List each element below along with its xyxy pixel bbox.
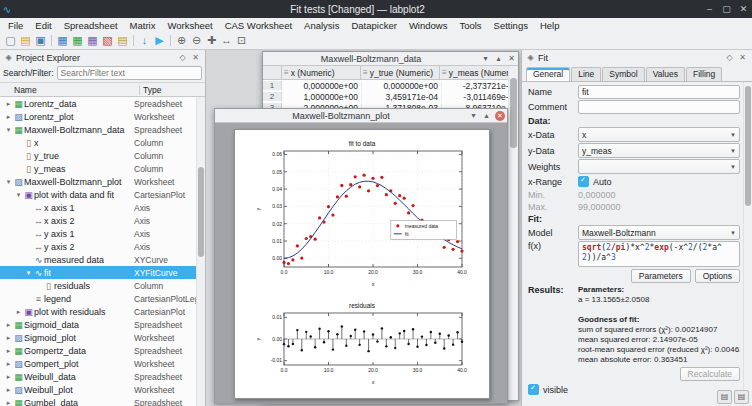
subwindow-minimize-icon[interactable]: ▾ <box>467 111 480 120</box>
ydata-combobox[interactable]: y_meas ▼ <box>578 143 740 158</box>
panel-float-icon[interactable]: ◇ <box>176 53 189 62</box>
spreadsheet-cell[interactable]: 0,000000e+00 <box>282 81 362 91</box>
fit-dock-scrollbar-thumb[interactable] <box>745 86 751 206</box>
expander-open-icon[interactable]: ▾ <box>14 191 23 199</box>
fullscreen-icon[interactable]: ⊡ <box>234 33 249 48</box>
new-project-icon[interactable]: ▢ <box>3 33 18 48</box>
tree-scrollbar[interactable] <box>196 97 205 406</box>
pause-updates-icon[interactable]: ▶ <box>152 33 167 48</box>
tree-row-lorentz-data[interactable]: ▸▦Lorentz_dataSpreadsheet <box>0 97 196 110</box>
name-field[interactable] <box>578 85 740 99</box>
tree-row-fit[interactable]: ▾∿fitXYFitCurve <box>0 266 196 279</box>
dock-prev-icon[interactable]: ▤ <box>717 390 732 404</box>
spreadsheet-cell[interactable]: 0,000000e+00 <box>362 81 442 91</box>
tab-values[interactable]: Values <box>646 67 685 81</box>
tab-line[interactable]: Line <box>571 67 601 81</box>
spreadsheet-cell[interactable]: 1,000000e+00 <box>282 92 362 102</box>
spreadsheet-scrollbar-thumb[interactable] <box>510 78 517 148</box>
expander-closed-icon[interactable]: ▸ <box>4 100 13 108</box>
spreadsheet-window-titlebar[interactable]: Maxwell-Boltzmann_data ▾ ▴ ✕ <box>263 52 518 66</box>
tree-row-gompertz-data[interactable]: ▸▦Gompertz_dataSpreadsheet <box>0 344 196 357</box>
expander-closed-icon[interactable]: ▸ <box>4 347 13 355</box>
tab-filling[interactable]: Filling <box>686 67 722 81</box>
tree-row-maxwell-boltzmann-plot[interactable]: ▾▨Maxwell-Boltzmann_plotWorksheet <box>0 175 196 188</box>
menu-worksheet[interactable]: Worksheet <box>161 20 218 31</box>
expander-open-icon[interactable]: ▾ <box>4 178 13 186</box>
spreadsheet-cell[interactable]: 3,459171e-04 <box>362 92 442 102</box>
spreadsheet-scrollbar[interactable] <box>508 66 518 400</box>
subwindow-close-icon[interactable]: ✕ <box>505 54 518 63</box>
subwindow-restore-icon[interactable]: ▴ <box>480 111 493 120</box>
residuals-plot[interactable]: residuals0.010.020.030.040.0-0.010.000.0… <box>254 300 470 386</box>
menu-settings[interactable]: Settings <box>488 20 534 31</box>
maximize-button[interactable]: ▢ <box>718 4 735 14</box>
recalculate-button[interactable]: Recalculate <box>680 367 740 381</box>
tree-row-gumbel-data[interactable]: ▸▦Gumbel_dataSpreadsheet <box>0 396 196 406</box>
options-button[interactable]: Options <box>695 269 740 283</box>
fit-dock-scrollbar[interactable] <box>743 82 752 406</box>
expander-closed-icon[interactable]: ▸ <box>4 373 13 381</box>
zoom-out-icon[interactable]: ⊖ <box>189 33 204 48</box>
spreadsheet-column-header[interactable]: ≡x (Numeric) <box>282 66 361 79</box>
spreadsheet-cell[interactable]: -2,373721e-03 <box>442 81 508 91</box>
worksheet-page[interactable]: fit to data0.010.020.030.040.00.000.010.… <box>234 129 490 399</box>
panel-float-icon[interactable]: ◇ <box>723 53 736 62</box>
xdata-combobox[interactable]: x ▼ <box>578 127 740 142</box>
new-matrix-icon[interactable]: ▦ <box>85 33 100 48</box>
auto-checkbox[interactable] <box>578 176 589 187</box>
tree-column-headers[interactable]: Name Type <box>0 82 205 97</box>
model-combobox[interactable]: Maxwell-Boltzmann ▼ <box>578 225 740 240</box>
tab-general[interactable]: General <box>526 67 570 81</box>
worksheet-window-titlebar[interactable]: Maxwell-Boltzmann_plot ▾ ▴ ✕ <box>215 109 507 123</box>
expander-closed-icon[interactable]: ▸ <box>4 399 13 406</box>
tree-row-y-axis-2[interactable]: ↔y axis 2Axis <box>0 240 196 253</box>
formula-text[interactable]: sqrt(2/pi)*x^2*exp(-x^2/(2*a^2))/a^3 <box>578 241 740 267</box>
panel-close-icon[interactable]: ✕ <box>736 53 749 62</box>
tree-row-maxwell-boltzmann-data[interactable]: ▾▦Maxwell-Boltzmann_dataSpreadsheet <box>0 123 196 136</box>
menu-analysis[interactable]: Analysis <box>298 20 345 31</box>
tree-scrollbar-thumb[interactable] <box>198 167 204 257</box>
row-number[interactable]: 2 <box>263 92 282 101</box>
subwindow-restore-icon[interactable]: ▴ <box>492 54 505 63</box>
tree-row-x-axis-1[interactable]: ↔x axis 1Axis <box>0 201 196 214</box>
tree-row-y-meas[interactable]: ▯y_measColumn <box>0 162 196 175</box>
expander-open-icon[interactable]: ▾ <box>4 126 13 134</box>
tree-row-x-axis-2[interactable]: ↔x axis 2Axis <box>0 214 196 227</box>
tab-symbol[interactable]: Symbol <box>602 67 644 81</box>
new-notes-icon[interactable]: ▤ <box>115 33 130 48</box>
menu-matrix[interactable]: Matrix <box>124 20 162 31</box>
expander-open-icon[interactable]: ▾ <box>24 269 33 277</box>
tree-row-sigmoid-data[interactable]: ▸▦Sigmoid_dataSpreadsheet <box>0 318 196 331</box>
parameters-button[interactable]: Parameters <box>631 269 691 283</box>
menu-spreadsheet[interactable]: Spreadsheet <box>58 20 124 31</box>
tree-row-measured-data[interactable]: ∿measured dataXYCurve <box>0 253 196 266</box>
select-mode-icon[interactable]: ✚ <box>204 33 219 48</box>
tree-row-plot-with-data-and-fit[interactable]: ▾▣plot with data and fitCartesianPlot <box>0 188 196 201</box>
expander-closed-icon[interactable]: ▸ <box>4 360 13 368</box>
navigate-mode-icon[interactable]: ↔ <box>219 33 234 48</box>
tree-row-weibull-data[interactable]: ▸▦Weibull_dataSpreadsheet <box>0 370 196 383</box>
spreadsheet-corner-cell[interactable] <box>263 66 282 79</box>
tree-col-name[interactable]: Name <box>0 85 139 95</box>
panel-close-icon[interactable]: ✕ <box>189 53 202 62</box>
expander-closed-icon[interactable]: ▸ <box>4 321 13 329</box>
subwindow-minimize-icon[interactable]: ▾ <box>479 54 492 63</box>
new-workbook-icon[interactable]: ▦ <box>55 33 70 48</box>
comment-field[interactable] <box>578 100 740 114</box>
spreadsheet-cell[interactable]: -3,011469e-03 <box>442 92 508 102</box>
close-button[interactable]: ✕ <box>735 4 752 14</box>
menu-windows[interactable]: Windows <box>403 20 454 31</box>
zoom-in-icon[interactable]: ⊕ <box>174 33 189 48</box>
menu-cas-worksheet[interactable]: CAS Worksheet <box>219 20 298 31</box>
menu-tools[interactable]: Tools <box>453 20 487 31</box>
row-number[interactable]: 1 <box>263 81 282 90</box>
dock-next-icon[interactable]: ▤ <box>734 390 749 404</box>
expander-closed-icon[interactable]: ▸ <box>14 308 23 316</box>
weights-combobox[interactable]: ▼ <box>578 159 740 174</box>
menu-file[interactable]: File <box>2 20 29 31</box>
tree-row-plot-with-residuals[interactable]: ▸▣plot with residualsCartesianPlot <box>0 305 196 318</box>
visible-checkbox[interactable] <box>528 384 539 395</box>
tree-col-type[interactable]: Type <box>139 85 205 95</box>
open-project-icon[interactable]: ▤ <box>18 33 33 48</box>
tree-row-x[interactable]: ▯xColumn <box>0 136 196 149</box>
